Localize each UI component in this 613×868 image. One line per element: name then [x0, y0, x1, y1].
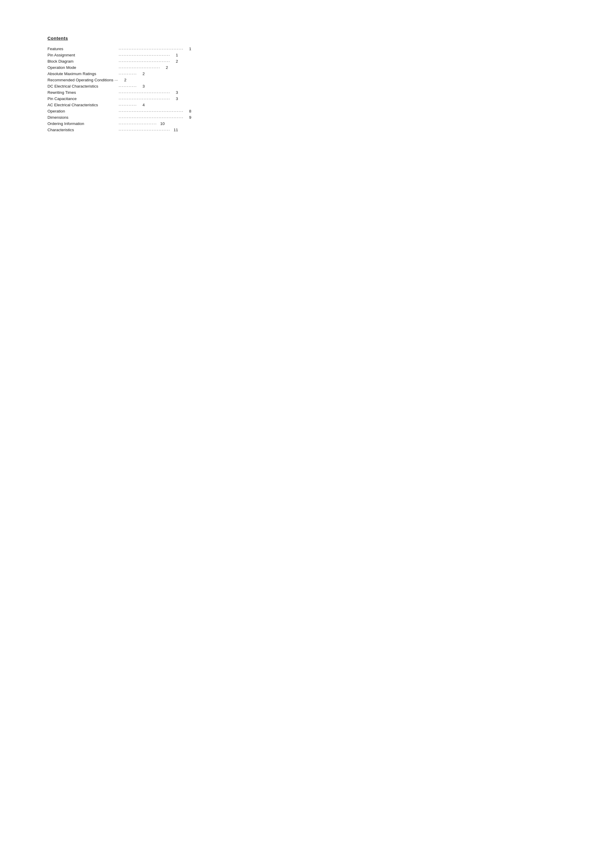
toc-item-page: 11: [172, 128, 178, 132]
toc-item-label: Operation Mode: [48, 65, 119, 70]
toc-item-dots: ·······························: [119, 96, 170, 101]
toc-item-dots: ·······························: [119, 59, 170, 64]
page-container: Contents Features·······················…: [0, 0, 613, 169]
toc-item: Pin Capacitance·························…: [48, 96, 565, 101]
contents-title: Contents: [48, 36, 565, 41]
toc-item: Ordering Information····················…: [48, 121, 565, 126]
toc-item-page: 3: [172, 96, 178, 101]
toc-item-label: Characteristics: [48, 128, 119, 132]
toc-item: Features································…: [48, 46, 565, 51]
toc-item-page: 4: [139, 103, 145, 107]
toc-item-label: Block Diagram: [48, 59, 119, 64]
toc-item-page: 3: [139, 84, 145, 88]
toc-item-page: 2: [139, 71, 145, 76]
toc-item-dots: ···········: [119, 103, 137, 107]
toc-item-label: Absolute Maximum Ratings: [48, 71, 119, 76]
toc-item-dots: ·························: [119, 65, 160, 70]
toc-item-label: Pin Capacitance: [48, 96, 119, 101]
toc-item-label: Rewriting Times: [48, 90, 119, 95]
toc-item-page: 2: [172, 59, 178, 64]
toc-item-label: Ordering Information: [48, 121, 119, 126]
toc-item-dots: ·······························: [119, 53, 170, 57]
toc-item-dots: ·······································: [119, 115, 184, 119]
toc-item: Characteristics·························…: [48, 128, 565, 132]
toc-item-dots: ·······················: [119, 121, 157, 126]
toc-item: Pin Assignment··························…: [48, 53, 565, 57]
toc-item-label: DC Electrical Characteristics: [48, 84, 119, 88]
toc-item: DC Electrical Characteristics···········…: [48, 84, 565, 88]
toc-item: Rewriting Times·························…: [48, 90, 565, 95]
toc-item: Dimensions······························…: [48, 115, 565, 119]
toc-item-label: AC Electrical Characteristics: [48, 103, 119, 107]
toc-item-page: 2: [162, 65, 168, 70]
toc-item-dots: ·······································: [119, 109, 184, 113]
toc-item-dots: ···········: [119, 84, 137, 88]
toc-item: Recommended Operating Conditions ···2: [48, 78, 565, 82]
toc-item-page: 10: [159, 121, 165, 126]
toc-item: AC Electrical Characteristics···········…: [48, 103, 565, 107]
toc-item: Block Diagram···························…: [48, 59, 565, 64]
toc-container: Features································…: [48, 46, 565, 133]
toc-item-label: Features: [48, 46, 119, 51]
toc-item: Absolute Maximum Ratings···········2: [48, 71, 565, 76]
toc-item-label: Pin Assignment: [48, 53, 119, 57]
toc-item-page: 1: [172, 53, 178, 57]
toc-item-dots: ···········: [119, 71, 137, 76]
toc-item-page: 8: [186, 109, 191, 113]
toc-item-dots: ·······································: [119, 46, 184, 51]
toc-item: Operation·······························…: [48, 109, 565, 113]
toc-item-page: 3: [172, 90, 178, 95]
toc-item-label: Operation: [48, 109, 119, 113]
toc-item-page: 9: [186, 115, 191, 119]
toc-item-label: Dimensions: [48, 115, 119, 119]
toc-item-dots: ·······························: [119, 128, 170, 132]
toc-item-dots: ·······························: [119, 90, 170, 95]
toc-item: Operation Mode·························2: [48, 65, 565, 70]
toc-item-page: 2: [121, 78, 126, 82]
toc-item-label: Recommended Operating Conditions ···: [48, 78, 119, 82]
toc-item-page: 1: [186, 46, 191, 51]
